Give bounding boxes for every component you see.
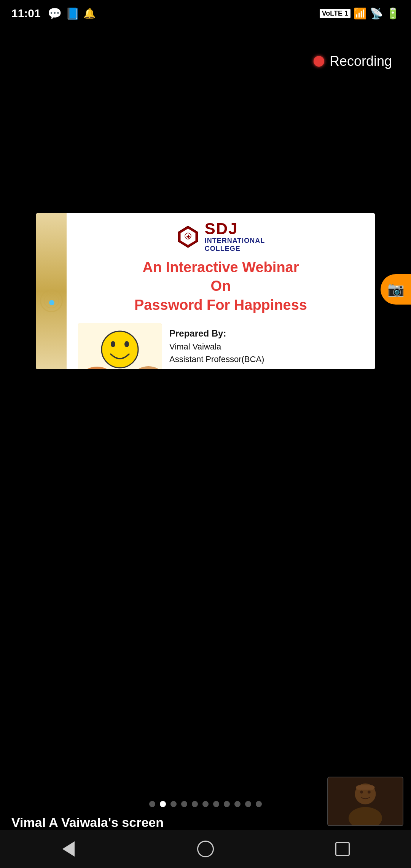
dot-9[interactable] <box>245 801 251 807</box>
whatsapp-icon: 💬 <box>48 7 62 20</box>
wifi-icon: 📶 <box>354 7 367 20</box>
svg-point-16 <box>368 791 371 794</box>
prepared-by: Prepared By: Vimal Vaiwala Assistant Pro… <box>169 323 363 365</box>
status-icons: 💬 📘 🔔 <box>48 7 96 20</box>
sdj-header: ✦ SDJ INTERNATIONAL COLLEGE <box>177 221 265 253</box>
webinar-title: An Interactive Webinar On Password For H… <box>134 258 307 314</box>
dot-3[interactable] <box>181 801 187 807</box>
status-time: 11:01 <box>11 7 41 20</box>
sdj-logo: ✦ <box>177 225 199 248</box>
sdj-college-name: SDJ <box>205 221 265 237</box>
svg-point-15 <box>360 791 363 794</box>
recording-label: Recording <box>330 53 392 69</box>
smiley-image <box>78 323 162 369</box>
sdj-college-subtitle1: INTERNATIONAL <box>205 237 265 245</box>
dot-7[interactable] <box>224 801 230 807</box>
video-thumb-person <box>328 777 403 825</box>
home-button[interactable] <box>190 834 221 864</box>
nav-bar <box>0 830 411 868</box>
svg-point-10 <box>111 341 115 347</box>
recording-indicator: Recording <box>314 53 392 69</box>
battery-icon: 🔋 <box>386 7 400 20</box>
dot-0[interactable] <box>149 801 155 807</box>
svg-point-11 <box>124 341 129 347</box>
title-line3: Password For Happiness <box>134 296 307 314</box>
dot-5[interactable] <box>202 801 209 807</box>
sdj-college-subtitle2: COLLEGE <box>205 245 265 253</box>
presentation-slide: ✦ SDJ INTERNATIONAL COLLEGE An Interacti… <box>36 213 375 369</box>
camera-icon: 📷 <box>387 281 405 297</box>
status-right: VoLTE 1 📶 📡 🔋 <box>320 7 400 20</box>
sdj-text-block: SDJ INTERNATIONAL COLLEGE <box>205 221 265 253</box>
overview-button[interactable] <box>327 834 358 864</box>
back-icon <box>62 841 75 857</box>
dot-10[interactable] <box>256 801 262 807</box>
home-icon <box>197 841 214 857</box>
dot-4[interactable] <box>192 801 198 807</box>
status-bar: 11:01 💬 📘 🔔 VoLTE 1 📶 📡 🔋 <box>0 0 411 27</box>
slide-decoration <box>36 213 67 369</box>
title-line1: An Interactive Webinar <box>134 258 307 277</box>
prepared-by-title: Prepared By: <box>169 327 363 340</box>
recording-dot <box>314 56 324 67</box>
dot-2[interactable] <box>170 801 177 807</box>
pagination-dots <box>149 801 262 807</box>
overview-icon <box>335 842 350 856</box>
floating-camera-button[interactable]: 📷 <box>381 274 411 305</box>
other-icon: 🔔 <box>83 8 96 19</box>
back-button[interactable] <box>53 834 84 864</box>
svg-rect-17 <box>356 785 375 790</box>
title-line2: On <box>134 277 307 295</box>
dot-6[interactable] <box>213 801 219 807</box>
signal-icon: 📡 <box>370 7 383 20</box>
slide-bottom: Prepared By: Vimal Vaiwala Assistant Pro… <box>78 323 363 369</box>
status-left: 11:01 💬 📘 🔔 <box>11 7 96 20</box>
deco-dot <box>49 300 54 305</box>
facebook-icon: 📘 <box>65 7 80 20</box>
author-name: Vimal Vaiwala <box>169 340 363 353</box>
author-title: Assistant Professor(BCA) <box>169 353 363 365</box>
video-thumbnail[interactable] <box>327 777 403 826</box>
volte-badge: VoLTE 1 <box>320 9 350 18</box>
svg-point-9 <box>102 331 138 368</box>
dot-8[interactable] <box>234 801 241 807</box>
screen-label: Vimal A Vaiwala's screen <box>11 815 164 830</box>
dot-1[interactable] <box>160 801 166 807</box>
slide-content: ✦ SDJ INTERNATIONAL COLLEGE An Interacti… <box>67 213 375 369</box>
